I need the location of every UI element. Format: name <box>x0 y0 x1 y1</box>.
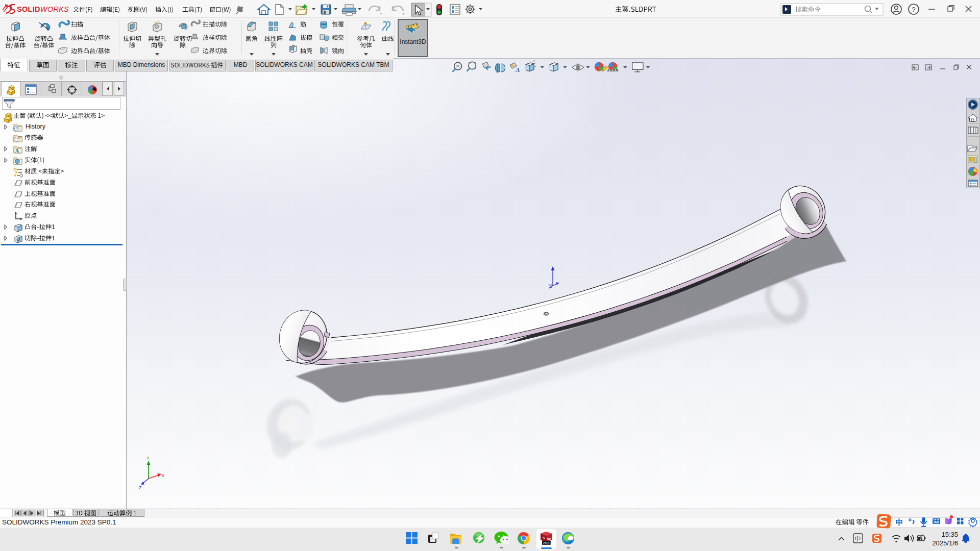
svg-text:2023: 2023 <box>543 541 552 545</box>
svg-text:S: S <box>543 536 545 540</box>
svg-text:A: A <box>515 66 520 73</box>
svg-text:?: ? <box>912 6 915 13</box>
svg-text:A: A <box>15 147 19 154</box>
